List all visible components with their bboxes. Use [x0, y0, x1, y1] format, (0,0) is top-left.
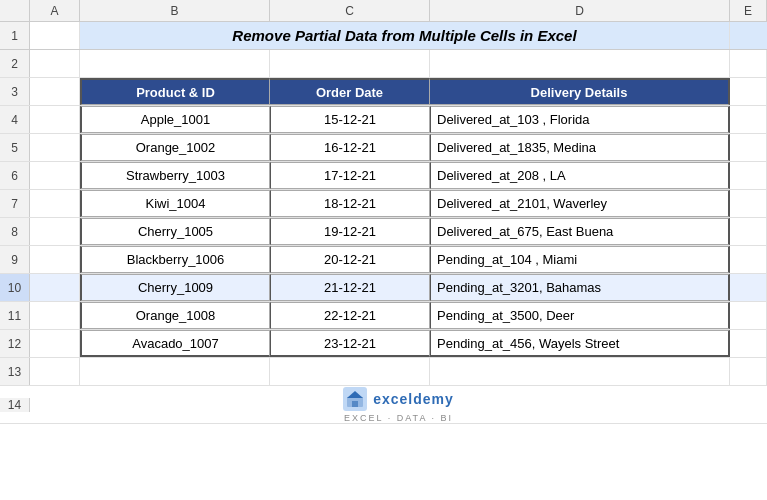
table-row[interactable]: 4Apple_100115-12-21Delivered_at_103 , Fl…	[0, 106, 767, 134]
column-headers: A B C D E	[0, 0, 767, 22]
logo-tagline: EXCEL · DATA · BI	[344, 413, 453, 423]
row-num-header	[0, 0, 30, 21]
cell-a	[30, 78, 80, 105]
cell-e	[730, 218, 767, 245]
cell-a	[30, 274, 80, 301]
row-num: 10	[0, 274, 30, 301]
cell-a	[30, 330, 80, 357]
row-num: 14	[0, 398, 30, 412]
grid-row: 2	[0, 50, 767, 78]
cell-a	[30, 162, 80, 189]
cell-a	[30, 106, 80, 133]
cell-e	[730, 246, 767, 273]
cell-order-date[interactable]: 18-12-21	[270, 190, 430, 217]
cell-delivery-details[interactable]: Delivered_at_2101, Waverley	[430, 190, 730, 217]
row-num: 4	[0, 106, 30, 133]
logo-icon	[343, 387, 367, 411]
cell-order-date: Order Date	[270, 78, 430, 105]
cell-product-id[interactable]: Orange_1008	[80, 302, 270, 329]
row-num: 8	[0, 218, 30, 245]
row-num: 11	[0, 302, 30, 329]
col-header-c: C	[270, 0, 430, 21]
cell-order-date	[270, 358, 430, 385]
table-row[interactable]: 8Cherry_100519-12-21Delivered_at_675, Ea…	[0, 218, 767, 246]
row-num: 9	[0, 246, 30, 273]
cell-e	[730, 190, 767, 217]
logo-area: exceldemy EXCEL · DATA · BI	[343, 387, 454, 423]
table-row[interactable]: 12Avacado_100723-12-21Pending_at_456, Wa…	[0, 330, 767, 358]
cell-product-id[interactable]: Apple_1001	[80, 106, 270, 133]
cell-product-id[interactable]: Strawberry_1003	[80, 162, 270, 189]
cell-delivery-details[interactable]: Pending_at_3201, Bahamas	[430, 274, 730, 301]
cell-a	[30, 358, 80, 385]
cell-a	[30, 218, 80, 245]
cell-order-date[interactable]: 17-12-21	[270, 162, 430, 189]
footer-row: 14 exceldemy EXCEL · DATA · BI	[0, 386, 767, 424]
cell-delivery-details[interactable]: Delivered_at_1835, Medina	[430, 134, 730, 161]
spreadsheet: A B C D E 1 Remove Partial Data from Mul…	[0, 0, 767, 500]
row-num: 5	[0, 134, 30, 161]
cell-a	[30, 134, 80, 161]
title-cell: Remove Partial Data from Multiple Cells …	[80, 22, 730, 49]
cell-order-date[interactable]: 20-12-21	[270, 246, 430, 273]
cell-order-date	[270, 50, 430, 77]
cell-delivery-details: Delivery Details	[430, 78, 730, 105]
grid-body: 1 Remove Partial Data from Multiple Cell…	[0, 22, 767, 500]
cell-product-id	[80, 358, 270, 385]
cell-a	[30, 302, 80, 329]
cell-e	[730, 302, 767, 329]
cell-delivery-details	[430, 50, 730, 77]
cell-product-id	[80, 50, 270, 77]
cell-e	[730, 274, 767, 301]
svg-marker-1	[347, 391, 363, 398]
cell-product-id[interactable]: Kiwi_1004	[80, 190, 270, 217]
cell-delivery-details[interactable]: Delivered_at_675, East Buena	[430, 218, 730, 245]
cell-order-date[interactable]: 16-12-21	[270, 134, 430, 161]
cell-order-date[interactable]: 22-12-21	[270, 302, 430, 329]
cell-product-id[interactable]: Cherry_1009	[80, 274, 270, 301]
cell-delivery-details[interactable]: Delivered_at_208 , LA	[430, 162, 730, 189]
cell-product-id[interactable]: Cherry_1005	[80, 218, 270, 245]
cell-product-id[interactable]: Avacado_1007	[80, 330, 270, 357]
row-num: 13	[0, 358, 30, 385]
cell-product-id[interactable]: Orange_1002	[80, 134, 270, 161]
cell-delivery-details[interactable]: Pending_at_104 , Miami	[430, 246, 730, 273]
cell-e	[730, 162, 767, 189]
cell-product-id: Product & ID	[80, 78, 270, 105]
cell-e	[730, 358, 767, 385]
cell-order-date[interactable]: 19-12-21	[270, 218, 430, 245]
cell-e	[730, 106, 767, 133]
cell-product-id[interactable]: Blackberry_1006	[80, 246, 270, 273]
cell-order-date[interactable]: 15-12-21	[270, 106, 430, 133]
col-header-a: A	[30, 0, 80, 21]
svg-rect-2	[352, 401, 358, 407]
table-row[interactable]: 7Kiwi_100418-12-21Delivered_at_2101, Wav…	[0, 190, 767, 218]
row-num: 3	[0, 78, 30, 105]
col-header-e: E	[730, 0, 767, 21]
cell-delivery-details	[430, 358, 730, 385]
row-num: 1	[0, 22, 30, 49]
cell-order-date[interactable]: 23-12-21	[270, 330, 430, 357]
cell-delivery-details[interactable]: Pending_at_3500, Deer	[430, 302, 730, 329]
table-row[interactable]: 11Orange_100822-12-21Pending_at_3500, De…	[0, 302, 767, 330]
table-header-row: 3Product & IDOrder DateDelivery Details	[0, 78, 767, 106]
cell-order-date[interactable]: 21-12-21	[270, 274, 430, 301]
cell-a	[30, 190, 80, 217]
title-row: 1 Remove Partial Data from Multiple Cell…	[0, 22, 767, 50]
table-row[interactable]: 6Strawberry_100317-12-21Delivered_at_208…	[0, 162, 767, 190]
row-num: 12	[0, 330, 30, 357]
cell-a	[30, 246, 80, 273]
cell-a	[30, 50, 80, 77]
cell-e	[730, 50, 767, 77]
row-num: 2	[0, 50, 30, 77]
cell-e	[730, 134, 767, 161]
grid-row: 13	[0, 358, 767, 386]
table-row[interactable]: 10Cherry_100921-12-21Pending_at_3201, Ba…	[0, 274, 767, 302]
logo-brand: exceldemy	[373, 391, 454, 407]
cell-delivery-details[interactable]: Pending_at_456, Wayels Street	[430, 330, 730, 357]
cell-e	[730, 78, 767, 105]
table-row[interactable]: 5Orange_100216-12-21Delivered_at_1835, M…	[0, 134, 767, 162]
table-row[interactable]: 9Blackberry_100620-12-21Pending_at_104 ,…	[0, 246, 767, 274]
row-num: 6	[0, 162, 30, 189]
cell-delivery-details[interactable]: Delivered_at_103 , Florida	[430, 106, 730, 133]
